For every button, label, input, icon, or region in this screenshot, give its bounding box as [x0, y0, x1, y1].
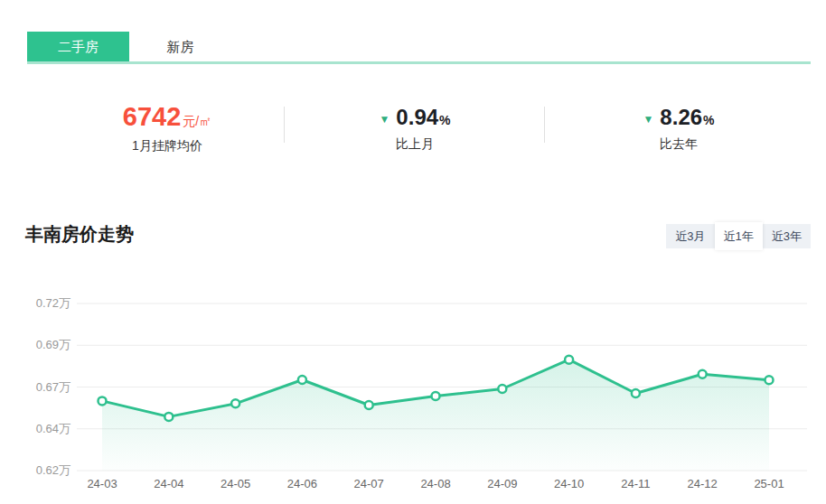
mom-label: 比上月 [396, 136, 434, 153]
data-point[interactable] [99, 397, 107, 405]
price-label: 1月挂牌均价 [132, 138, 202, 154]
x-tick-label: 24-06 [287, 477, 317, 490]
data-point[interactable] [699, 370, 707, 378]
yoy-label: 比去年 [660, 136, 698, 153]
data-point[interactable] [432, 392, 440, 400]
y-tick-label: 0.72万 [36, 296, 70, 310]
data-point[interactable] [565, 356, 573, 364]
triangle-down-icon: ▼ [643, 113, 653, 126]
yoy-value: 8.26 [660, 105, 702, 130]
x-tick-label: 24-09 [487, 477, 517, 490]
y-tick-label: 0.69万 [36, 338, 70, 351]
data-point[interactable] [765, 376, 774, 384]
price-value: 6742 [123, 102, 182, 132]
yoy-main: ▼ 8.26 % [643, 105, 714, 130]
stats-row: 6742 元/㎡ 1月挂牌均价 ▼ 0.94 % 比上月 ▼ 8.26 % 比去… [0, 90, 826, 163]
price-main: 6742 元/㎡ [123, 102, 211, 132]
tab-bar: 二手房 新房 [27, 32, 231, 61]
chart-title: 丰南房价走势 [25, 222, 134, 247]
page: 二手房 新房 6742 元/㎡ 1月挂牌均价 ▼ 0.94 % 比上月 ▼ 8.… [0, 0, 826, 504]
x-tick-label: 25-01 [754, 477, 784, 490]
range-button-1year[interactable]: 近1年 [715, 222, 763, 250]
trend-area [102, 359, 769, 471]
y-tick-label: 0.64万 [36, 422, 70, 435]
data-point[interactable] [231, 399, 239, 407]
tab-new-house[interactable]: 新房 [129, 32, 231, 61]
x-tick-label: 24-03 [87, 477, 117, 490]
tab-secondhand-house[interactable]: 二手房 [27, 32, 129, 61]
stat-month-over-month: ▼ 0.94 % 比上月 [285, 90, 545, 163]
x-tick-label: 24-04 [154, 477, 183, 490]
price-unit: 元/㎡ [183, 114, 211, 130]
price-trend-line-chart: 0.72万0.69万0.67万0.64万0.62万24-0324-0424-05… [0, 294, 826, 504]
mom-main: ▼ 0.94 % [379, 105, 450, 130]
yoy-unit: % [703, 113, 714, 127]
data-point[interactable] [164, 413, 173, 421]
x-tick-label: 24-07 [354, 477, 384, 490]
x-tick-label: 24-05 [221, 477, 250, 490]
range-button-3years[interactable]: 近3年 [763, 224, 811, 248]
y-tick-label: 0.62万 [36, 463, 70, 477]
data-point[interactable] [632, 389, 640, 397]
tab-underline [27, 61, 811, 64]
triangle-down-icon: ▼ [379, 113, 390, 126]
data-point[interactable] [498, 385, 506, 393]
data-point[interactable] [365, 401, 373, 409]
mom-unit: % [439, 113, 450, 127]
x-tick-label: 24-12 [688, 477, 718, 490]
range-switcher: 近3月 近1年 近3年 [666, 224, 811, 248]
mom-value: 0.94 [396, 105, 438, 130]
y-tick-label: 0.67万 [36, 380, 70, 394]
data-point[interactable] [298, 376, 306, 384]
stat-listing-price: 6742 元/㎡ 1月挂牌均价 [0, 90, 285, 163]
x-tick-label: 24-08 [420, 477, 450, 490]
stat-year-over-year: ▼ 8.26 % 比去年 [545, 90, 826, 163]
range-button-3months[interactable]: 近3月 [666, 224, 714, 248]
x-tick-label: 24-11 [621, 477, 650, 490]
x-tick-label: 24-10 [554, 477, 584, 490]
